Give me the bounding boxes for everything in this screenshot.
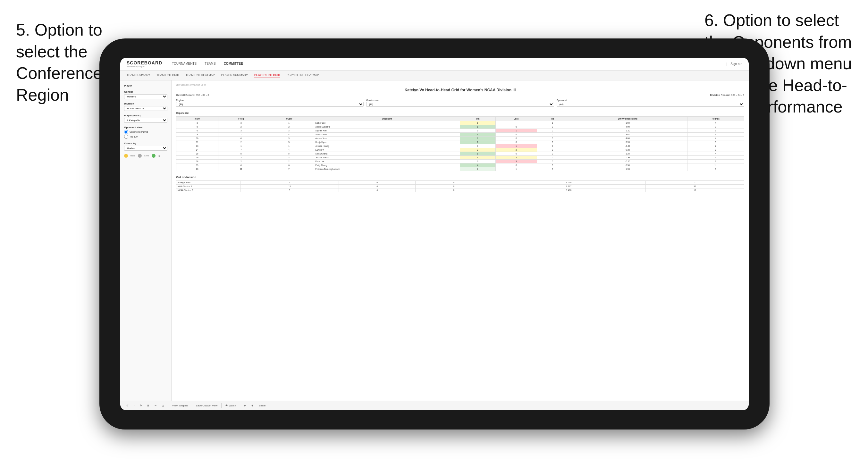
sidebar-division-select[interactable]: NCAA Division III <box>124 106 167 111</box>
filter-conference-select[interactable]: (All) <box>366 102 554 107</box>
cell-name: Euna Lee <box>314 160 460 163</box>
table-row: 20 11 7 Federica Domecq Lacroze 2 1 0 1.… <box>176 167 744 171</box>
table-head: # Div # Reg # Conf Opponent Win Loss Tie… <box>176 117 744 121</box>
th-conf: # Conf <box>264 117 314 121</box>
table-row: 10 6 3 Andrea York 2 0 0 4.00 4 <box>176 136 744 141</box>
cell-win: 1 <box>460 133 495 136</box>
sidebar-opponent-view-label: Opponent view <box>124 126 167 129</box>
sub-nav-team-h2h-grid[interactable]: TEAM H2H GRID <box>156 72 179 78</box>
toolbar-watch[interactable]: 👁 Watch <box>224 404 237 408</box>
cell-rounds: 2 <box>687 144 744 148</box>
cell-rounds: 3 <box>687 129 744 133</box>
sub-nav-player-h2h-heatmap[interactable]: PLAYER H2H HEATMAP <box>287 72 319 78</box>
table-row: 13 1 1 Jessica Huang 0 1 0 -3.00 2 <box>176 144 744 148</box>
th-win: Win <box>460 117 495 121</box>
radio-opponents-played-label: Opponents Played <box>129 131 148 133</box>
cell-loss: 0 <box>495 163 537 167</box>
bottom-toolbar: ↺ ‹ ↻ ⊞ ✂ ◷ View: Original Save Custom V… <box>120 401 749 410</box>
toolbar-share[interactable]: Share <box>257 404 267 408</box>
sidebar-colour-by-select[interactable]: Win/loss <box>124 146 167 151</box>
toolbar-scissors[interactable]: ✂ <box>153 404 158 408</box>
cell-win: 1 <box>460 156 495 160</box>
color-dot-level <box>138 154 142 158</box>
cell-rounds: 3 <box>687 125 744 129</box>
cell-tie: 0 <box>537 133 568 136</box>
cell-tie: 0 <box>537 129 568 133</box>
toolbar-grid[interactable]: ⊞ <box>146 404 151 408</box>
toolbar-arrows[interactable]: ⇄ <box>243 404 248 408</box>
cell-rounds: 3 <box>687 133 744 136</box>
cell-name: Esther Lee <box>314 121 460 125</box>
radio-top100-input[interactable] <box>124 135 128 139</box>
sidebar-radio-opponents-played[interactable]: Opponents Played <box>124 130 167 134</box>
toolbar-view-original[interactable]: View: Original <box>171 404 189 408</box>
cell-loss: 2 <box>495 156 537 160</box>
color-label-level: Level <box>144 155 149 157</box>
th-reg: # Reg <box>218 117 264 121</box>
sidebar: Player Gender Women's Division NCAA Divi… <box>120 81 172 410</box>
table-row: 19 6 6 Emily Chang 4 0 0 0.30 11 <box>176 163 744 167</box>
tablet-screen: SCOREBOARD Powered by clippd TOURNAMENTS… <box>120 58 749 410</box>
cell-conf: 5 <box>264 141 314 144</box>
division-record-value: 331 - 34 - 6 <box>731 94 744 96</box>
cell-loss: 0 <box>495 152 537 156</box>
filter-region-select[interactable]: (All) <box>176 102 364 107</box>
toolbar-redo[interactable]: ↻ <box>138 404 143 408</box>
nav-item-committee[interactable]: COMMITTEE <box>224 61 243 67</box>
cell-conf: 4 <box>264 133 314 136</box>
cell-win: 0 <box>460 160 495 163</box>
cell-name: Emily Chang <box>314 163 460 167</box>
sign-out-link[interactable]: Sign out <box>731 61 742 67</box>
filter-region-label: Region <box>176 99 364 101</box>
cell-div: 20 <box>176 167 218 171</box>
nav-item-teams[interactable]: TEAMS <box>205 61 215 67</box>
cell-conf: 7 <box>264 167 314 171</box>
sidebar-player-rank-select[interactable]: 8. Katelyn Vo <box>124 118 167 123</box>
cell-div: 18 <box>176 160 218 163</box>
radio-opponents-played-input[interactable] <box>124 130 128 134</box>
toolbar-back[interactable]: ‹ <box>132 404 136 408</box>
cell-div: 11 <box>176 141 218 144</box>
data-panel: Last Updated: 27/03/2024 16:44 Katelyn V… <box>172 81 749 410</box>
ood-cell-win: 1 <box>241 181 339 185</box>
th-div: # Div <box>176 117 218 121</box>
sidebar-division-label: Division <box>124 102 167 105</box>
sub-nav-player-h2h-grid[interactable]: PLAYER H2H GRID <box>254 72 280 78</box>
table-header-row: # Div # Reg # Conf Opponent Win Loss Tie… <box>176 117 744 121</box>
toolbar-undo[interactable]: ↺ <box>125 404 130 408</box>
report-title: Katelyn Vo Head-to-Head Grid for Women's… <box>176 88 744 92</box>
cell-tie: 0 <box>537 136 568 141</box>
cell-div: 10 <box>176 136 218 141</box>
sub-nav-team-h2h-heatmap[interactable]: TEAM H2H HEATMAP <box>186 72 215 78</box>
ood-cell-tie: 0 <box>415 181 492 185</box>
toolbar-save-custom-view[interactable]: Save Custom View <box>195 404 219 408</box>
th-tie: Tie <box>537 117 568 121</box>
cell-conf: 3 <box>264 136 314 141</box>
out-of-division-title: Out of division <box>176 176 744 179</box>
cell-div: 16 <box>176 156 218 160</box>
table-row: 11 2 5 Heejo Hyun 1 0 0 3.33 3 <box>176 141 744 144</box>
sub-nav-player-summary[interactable]: PLAYER SUMMARY <box>221 72 248 78</box>
filter-row: Region (All) Conference (All) Opponent <box>176 99 744 107</box>
sidebar-radio-top100[interactable]: Top 100 <box>124 135 167 139</box>
nav-items: TOURNAMENTS TEAMS COMMITTEE <box>172 61 717 67</box>
ood-cell-rounds: 30 <box>646 185 744 188</box>
logo-area: SCOREBOARD Powered by clippd <box>127 60 162 68</box>
last-updated: Last Updated: 27/03/2024 16:44 <box>176 84 744 86</box>
toolbar-clock[interactable]: ◷ <box>161 404 165 408</box>
ood-cell-loss: 0 <box>339 188 415 192</box>
radio-top100-label: Top 100 <box>129 135 137 138</box>
filter-conference-label: Conference <box>366 99 554 101</box>
sidebar-colour-by-section: Colour by Win/loss <box>124 142 167 151</box>
cell-tie: 0 <box>537 144 568 148</box>
sub-nav-team-summary[interactable]: TEAM SUMMARY <box>127 72 150 78</box>
toolbar-expand[interactable]: ⊕ <box>250 404 255 408</box>
cell-reg: 2 <box>218 141 264 144</box>
table-row: 9 1 4 Sharon Mun 1 0 0 3.67 3 <box>176 133 744 136</box>
nav-separator: | <box>726 62 727 66</box>
cell-win: 1 <box>460 121 495 125</box>
sidebar-gender-select[interactable]: Women's <box>124 94 167 99</box>
filter-opponent-select[interactable]: (All) <box>557 102 744 107</box>
table-row: 14 7 4 Eunice Yi 2 2 0 0.38 9 <box>176 148 744 152</box>
nav-item-tournaments[interactable]: TOURNAMENTS <box>172 61 196 67</box>
